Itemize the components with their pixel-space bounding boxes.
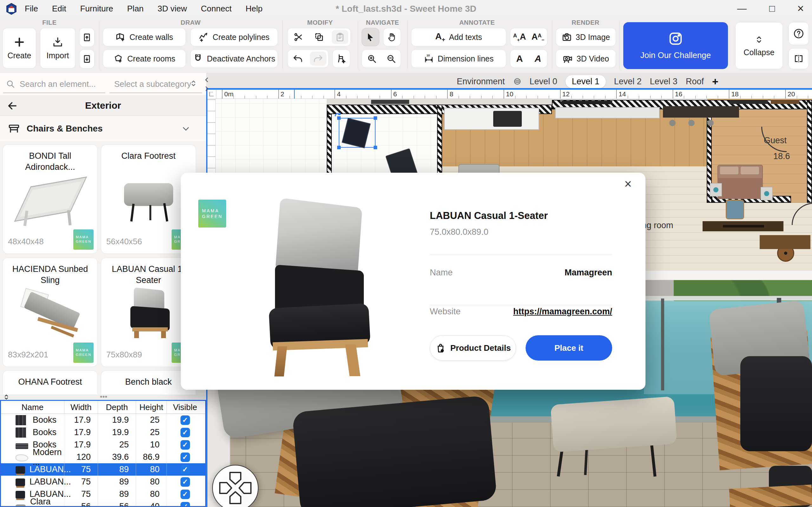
- level-visibility-icon[interactable]: [513, 77, 521, 86]
- copy-button[interactable]: [311, 30, 327, 44]
- bar-counter[interactable]: [663, 106, 739, 118]
- tab-level-0[interactable]: Level 0: [530, 77, 557, 87]
- back-arrow-icon[interactable]: [7, 101, 18, 111]
- column-depth[interactable]: Depth: [98, 401, 136, 413]
- chevron-down-icon[interactable]: [181, 124, 191, 134]
- collapse-toolbar-button[interactable]: Collapse: [735, 22, 783, 69]
- add-texts-button[interactable]: A+ Add texts: [411, 28, 506, 46]
- visible-checkbox[interactable]: ✓: [181, 452, 190, 462]
- visible-checkbox[interactable]: ✓: [181, 490, 190, 499]
- shelf[interactable]: [771, 100, 799, 104]
- table-row[interactable]: Books17.919.925✓: [1, 426, 205, 439]
- create-home-button[interactable]: Create: [3, 28, 36, 68]
- selection-handle[interactable]: [374, 116, 377, 120]
- close-button[interactable]: ×: [791, 1, 810, 15]
- dimension-lines-button[interactable]: 10 Dimension lines: [411, 49, 506, 68]
- selected-furniture[interactable]: [335, 115, 379, 150]
- panel-collapse-left-icon[interactable]: [203, 76, 211, 83]
- cooktop[interactable]: [493, 111, 522, 127]
- zoom-in-button[interactable]: [363, 52, 380, 66]
- create-walls-button[interactable]: Create walls: [103, 28, 186, 46]
- wall[interactable]: [807, 100, 812, 203]
- panel-splitter[interactable]: •••: [0, 395, 206, 400]
- column-width[interactable]: Width: [64, 401, 98, 413]
- create-polylines-button[interactable]: Create polylines: [190, 28, 278, 46]
- bench-plan[interactable]: [760, 235, 810, 249]
- visible-checkbox[interactable]: ✓: [181, 428, 190, 437]
- bold-button[interactable]: A: [511, 52, 528, 66]
- select-tool-button[interactable]: [362, 28, 379, 46]
- split-view-button[interactable]: [789, 48, 809, 69]
- table-row[interactable]: Books17.919.925✓: [1, 414, 205, 426]
- subcategory-select[interactable]: Select a subcategory: [114, 79, 191, 89]
- product-details-button[interactable]: Product Details: [430, 335, 516, 360]
- tab-level-1[interactable]: Level 1: [565, 75, 606, 88]
- 3d-image-button[interactable]: 3D Image: [556, 28, 616, 46]
- menu-plan[interactable]: Plan: [127, 4, 144, 14]
- menu-connect[interactable]: Connect: [201, 4, 232, 14]
- stool[interactable]: [688, 120, 695, 126]
- menu-file[interactable]: File: [25, 4, 38, 14]
- blue-armchair[interactable]: [726, 200, 744, 219]
- stool[interactable]: [707, 120, 714, 126]
- export-file-button[interactable]: [79, 28, 95, 47]
- catalog-item-bondi[interactable]: BONDI Tall Adirondack... 48x40x48 MAMAGR…: [3, 145, 98, 254]
- 3d-video-button[interactable]: 3D Video: [556, 49, 616, 68]
- help-button[interactable]: [789, 22, 809, 45]
- add-furniture-button[interactable]: [333, 49, 350, 68]
- selection-handle[interactable]: [337, 146, 341, 149]
- column-name[interactable]: Name: [1, 401, 64, 413]
- menu-3d-view[interactable]: 3D view: [158, 4, 187, 14]
- table-row[interactable]: Clara F...565640✓: [1, 500, 205, 507]
- create-rooms-button[interactable]: Create rooms: [103, 49, 186, 68]
- table-row[interactable]: Modern ...12039.686.9✓: [1, 451, 205, 463]
- pan-tool-button[interactable]: [383, 28, 401, 46]
- tab-level-3[interactable]: Level 3: [650, 77, 677, 87]
- panel-expand-right-icon[interactable]: [203, 85, 211, 93]
- nightstand[interactable]: [710, 183, 722, 196]
- column-visible[interactable]: Visible: [167, 401, 203, 413]
- maximize-button[interactable]: □: [762, 1, 782, 15]
- tab-environment[interactable]: Environment: [457, 77, 505, 87]
- kitchen-counter[interactable]: [444, 108, 539, 130]
- menu-help[interactable]: Help: [246, 4, 262, 14]
- add-level-button[interactable]: +: [712, 75, 718, 88]
- rotate-handle-icon[interactable]: [333, 112, 343, 121]
- font-increase-button[interactable]: A+A: [511, 30, 528, 44]
- paste-button[interactable]: [332, 30, 348, 44]
- visible-checkbox[interactable]: ✓: [181, 502, 190, 507]
- wall[interactable]: [437, 105, 442, 177]
- import-file-button[interactable]: [79, 49, 95, 68]
- visible-checkbox[interactable]: ✓: [181, 477, 190, 487]
- website-link[interactable]: https://mamagreen.com/: [430, 307, 612, 317]
- table-row[interactable]: LABUAN...758980✓: [1, 463, 205, 475]
- section-chairs-benches[interactable]: Chairs & Benches: [0, 116, 206, 141]
- tv-cabinet[interactable]: [703, 221, 783, 231]
- undo-button[interactable]: [290, 52, 306, 66]
- font-decrease-button[interactable]: AA−: [530, 30, 546, 44]
- deactivate-anchors-button[interactable]: Deactivate Anchors: [190, 49, 278, 68]
- stool[interactable]: [669, 120, 676, 126]
- tv-upper[interactable]: [371, 100, 409, 104]
- visible-checkbox[interactable]: ✓: [181, 465, 190, 474]
- italic-button[interactable]: A: [530, 52, 546, 66]
- wall[interactable]: [327, 114, 332, 174]
- cut-button[interactable]: [290, 30, 306, 44]
- kitchen-island[interactable]: [555, 107, 660, 118]
- dialog-close-button[interactable]: ×: [620, 176, 636, 192]
- tab-roof[interactable]: Roof: [686, 77, 704, 87]
- place-it-button[interactable]: Place it: [525, 335, 612, 360]
- catalog-item-hacienda[interactable]: HACIENDA Sunbed Sling 83x92x201 MAMAGREE…: [3, 258, 98, 367]
- visible-checkbox[interactable]: ✓: [181, 415, 190, 425]
- shelf-upper[interactable]: [561, 101, 612, 104]
- search-input[interactable]: Search an element...: [20, 79, 96, 89]
- menu-edit[interactable]: Edit: [52, 4, 66, 14]
- visible-checkbox[interactable]: ✓: [181, 440, 190, 450]
- tab-level-2[interactable]: Level 2: [614, 77, 642, 87]
- join-challenge-button[interactable]: Join Our Challenge: [623, 22, 728, 69]
- 3d-navigation-pad[interactable]: [212, 464, 259, 507]
- catalog-item-ohana[interactable]: OHANA Footrest: [3, 371, 98, 395]
- menu-furniture[interactable]: Furniture: [80, 4, 113, 14]
- import-button[interactable]: Import: [40, 28, 75, 68]
- wardrobe[interactable]: [729, 100, 768, 104]
